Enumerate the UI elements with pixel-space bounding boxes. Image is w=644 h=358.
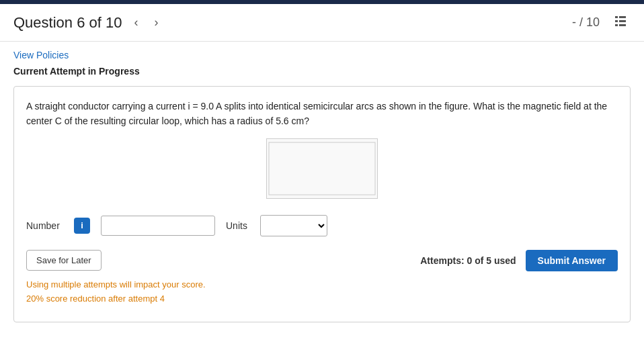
question-title: Question 6 of 10: [13, 14, 122, 32]
list-icon: [613, 13, 628, 28]
figure-area: [26, 138, 618, 199]
header-right: - / 10: [572, 11, 631, 34]
save-for-later-button[interactable]: Save for Later: [26, 250, 102, 271]
score-display: - / 10: [572, 15, 600, 30]
bottom-row: Save for Later Attempts: 0 of 5 used Sub…: [26, 250, 618, 271]
svg-rect-1: [619, 16, 626, 18]
warning-line2: 20% score reduction after attempt 4: [26, 292, 618, 306]
attempts-text: Attempts: 0 of 5 used: [420, 255, 516, 266]
units-select[interactable]: T mT μT nT: [260, 215, 327, 236]
svg-rect-6: [269, 142, 375, 195]
chevron-right-icon: ›: [154, 15, 158, 30]
next-nav-button[interactable]: ›: [150, 13, 162, 32]
svg-rect-0: [615, 16, 618, 18]
attempt-status: Current Attempt in Progress: [13, 66, 631, 77]
header-left: Question 6 of 10 ‹ ›: [13, 13, 162, 32]
units-label: Units: [226, 220, 249, 231]
figure-svg: [268, 142, 376, 195]
question-box: A straight conductor carrying a current …: [13, 86, 631, 322]
header: Question 6 of 10 ‹ › - / 10: [0, 4, 644, 42]
svg-rect-5: [619, 24, 626, 26]
info-button[interactable]: i: [74, 218, 90, 234]
number-input[interactable]: [101, 216, 215, 236]
svg-rect-4: [615, 24, 618, 26]
chevron-left-icon: ‹: [134, 15, 138, 30]
warning-line1: Using multiple attempts will impact your…: [26, 278, 618, 292]
svg-rect-3: [619, 20, 626, 22]
question-text: A straight conductor carrying a current …: [26, 99, 618, 129]
svg-rect-2: [615, 20, 618, 22]
view-policies-link[interactable]: View Policies: [13, 50, 69, 60]
prev-nav-button[interactable]: ‹: [130, 13, 142, 32]
figure-image: [266, 138, 378, 199]
submit-answer-button[interactable]: Submit Answer: [526, 250, 618, 271]
score-warning: Using multiple attempts will impact your…: [26, 278, 618, 306]
bottom-left: Save for Later: [26, 250, 102, 271]
content-area: View Policies Current Attempt in Progres…: [0, 42, 644, 336]
input-row: Number i Units T mT μT nT: [26, 215, 618, 236]
bottom-right: Attempts: 0 of 5 used Submit Answer: [420, 250, 618, 271]
number-label: Number: [26, 220, 63, 231]
list-icon-button[interactable]: [610, 11, 631, 34]
